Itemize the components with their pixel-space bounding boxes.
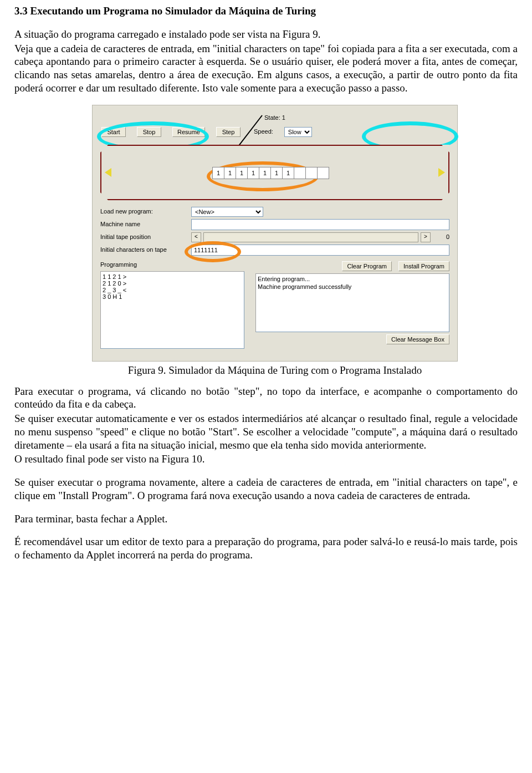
scroll-right-button[interactable]: > xyxy=(421,232,431,242)
initial-position-row: Initial tape position < > 0 xyxy=(100,232,449,242)
machine-name-input[interactable] xyxy=(191,219,449,230)
tape-cell: 1 xyxy=(212,167,224,179)
tape-cell: 1 xyxy=(282,167,294,179)
tape-cell xyxy=(305,167,317,179)
initial-position-scrollbar[interactable] xyxy=(203,232,418,242)
toolbar: Start Stop Resume Step Speed: Slow xyxy=(100,125,449,141)
tape-left-arrow-icon[interactable] xyxy=(105,168,111,177)
clear-message-box-button[interactable]: Clear Message Box xyxy=(386,334,449,344)
paragraph-6: Se quiser executar o programa novamente,… xyxy=(14,476,518,502)
paragraph-3: Para executar o programa, vá clicando no… xyxy=(14,385,518,411)
programming-column: Programming xyxy=(100,261,244,351)
tape-strip: 1 1 1 1 1 1 1 xyxy=(212,167,329,179)
initial-position-value: 0 xyxy=(433,233,449,241)
start-button[interactable]: Start xyxy=(101,127,126,137)
tape-cell: 1 xyxy=(224,167,236,179)
state-line: State: 1 xyxy=(100,114,449,122)
state-label: State: xyxy=(264,114,280,121)
message-box: Entering program... Machine programmed s… xyxy=(255,273,449,332)
turing-applet: State: 1 Start Stop Resume Step Speed: S… xyxy=(92,105,458,362)
install-program-button[interactable]: Install Program xyxy=(398,261,449,271)
figure-caption: Figura 9. Simulador da Máquina de Turing… xyxy=(92,364,458,377)
initial-chars-label: Initial characters on tape xyxy=(100,246,189,254)
tape-cell: 1 xyxy=(247,167,259,179)
messages-column: Clear Program Install Program Entering p… xyxy=(255,261,449,351)
machine-name-row: Machine name xyxy=(100,219,449,230)
initial-chars-input[interactable] xyxy=(191,245,449,256)
machine-name-label: Machine name xyxy=(100,221,189,228)
programming-label: Programming xyxy=(100,261,137,269)
load-program-label: Load new program: xyxy=(100,208,189,216)
paragraph-7: Para terminar, basta fechar a Applet. xyxy=(14,512,518,526)
tape-cell: 1 xyxy=(270,167,282,179)
tape-cell: 1 xyxy=(259,167,270,179)
tape-cell xyxy=(317,167,329,179)
section-title: 3.3 Executando um Programa no Simulador … xyxy=(14,4,518,18)
lower-row: Programming Clear Program Install Progra… xyxy=(100,261,449,351)
speed-label: Speed: xyxy=(254,128,273,136)
scroll-left-button[interactable]: < xyxy=(191,232,201,242)
programming-textarea[interactable] xyxy=(100,271,244,349)
initial-chars-row: Initial characters on tape xyxy=(100,245,449,256)
step-button[interactable]: Step xyxy=(216,127,241,137)
load-program-row: Load new program: <New> xyxy=(100,207,449,217)
load-program-select[interactable]: <New> xyxy=(191,207,263,217)
state-value: 1 xyxy=(282,114,285,121)
stop-button[interactable]: Stop xyxy=(137,127,161,137)
resume-button[interactable]: Resume xyxy=(172,127,205,137)
paragraph-5: O resultado final pode ser visto na Figu… xyxy=(14,452,518,466)
paragraph-8: É recomendável usar um editor de texto p… xyxy=(14,535,518,562)
paragraph-2: Veja que a cadeia de caracteres de entra… xyxy=(14,42,518,95)
clear-program-button[interactable]: Clear Program xyxy=(342,261,392,271)
tape-area: 1 1 1 1 1 1 1 xyxy=(100,145,449,200)
figure-9: State: 1 Start Stop Resume Step Speed: S… xyxy=(92,105,458,377)
paragraph-1: A situação do programa carregado e insta… xyxy=(14,28,518,41)
speed-select[interactable]: Slow xyxy=(284,127,312,137)
paragraph-4: Se quiser executar automaticamente e ver… xyxy=(14,412,518,451)
tape-cell xyxy=(294,167,305,179)
tape-cell: 1 xyxy=(236,167,247,179)
initial-position-label: Initial tape position xyxy=(100,233,189,241)
tape-right-arrow-icon[interactable] xyxy=(438,168,445,177)
